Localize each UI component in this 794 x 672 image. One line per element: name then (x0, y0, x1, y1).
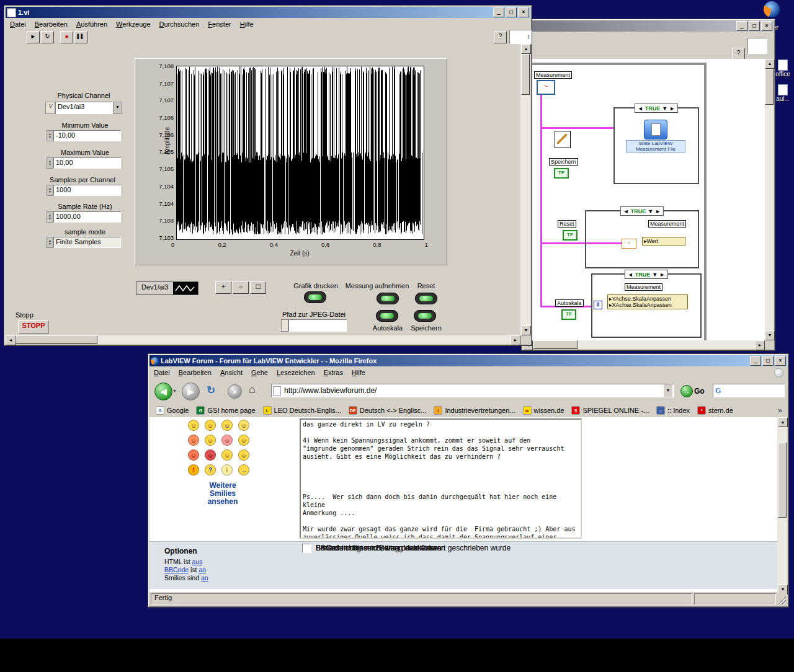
back-button[interactable]: ◀ (154, 382, 172, 400)
case-selector-label[interactable]: TRUE (635, 272, 651, 278)
sample-mode-field[interactable]: Finite Samples (53, 237, 121, 248)
bbcode-link[interactable]: BBCode (164, 566, 189, 573)
abort-button[interactable]: ● (60, 31, 73, 43)
menu-item[interactable]: Hilfe (236, 19, 258, 29)
pfad-value[interactable] (288, 319, 347, 332)
firefox-titlebar[interactable]: LabVIEW Forum - Forum für LabVIEW Entwic… (149, 355, 787, 366)
smiley-icon[interactable]: ! (188, 464, 199, 475)
horizontal-scrollbar[interactable]: ◄ ► (6, 335, 520, 344)
autoskala-button[interactable] (376, 310, 398, 322)
boolean-terminal[interactable]: TF (554, 168, 569, 179)
close-button[interactable]: × (761, 21, 772, 31)
url-bar[interactable]: http://www.labviewforum.de/ ▼ (271, 384, 674, 397)
stopp-button[interactable]: STOPP (18, 320, 49, 334)
local-variable-icon[interactable]: ~ (622, 239, 636, 249)
checkbox[interactable] (302, 544, 311, 553)
pan-tool-icon[interactable]: ☐ (250, 281, 266, 294)
minimize-button[interactable]: _ (750, 356, 761, 366)
pause-button[interactable]: ▌▌ (74, 31, 87, 43)
sample-rate-field[interactable]: 1000,00 (53, 211, 121, 223)
weitere-smilies-line[interactable]: ansehen (162, 498, 283, 506)
bookmarks-overflow-chevron[interactable]: » (778, 406, 782, 415)
block-diagram-canvas[interactable]: Measurement ~ Speichern TF ◄ TRUE ▼ ► Wr… (523, 59, 765, 340)
menu-item[interactable]: Werkzeuge (112, 19, 154, 29)
plot-legend[interactable]: Dev1/ai3 (136, 281, 198, 295)
pfad-field[interactable] (281, 319, 347, 332)
bookmark-item[interactable]: I Industrievertretungen... (434, 406, 515, 415)
home-icon[interactable]: ⌂ (249, 383, 256, 396)
scroll-up-button[interactable]: ▲ (521, 44, 531, 54)
samples-per-channel-control[interactable]: ▲▼ 1000 (47, 185, 121, 196)
bookmark-item[interactable]: w wissen.de (523, 406, 564, 415)
case-prev-icon[interactable]: ◄ (628, 272, 633, 278)
property-node-wert[interactable]: ▸Wert (642, 237, 685, 245)
forward-button[interactable]: ▶ (182, 382, 200, 400)
case-prev-icon[interactable]: ◄ (623, 208, 629, 214)
scroll-up-button[interactable]: ▲ (765, 59, 775, 69)
grafik-drucken-button[interactable] (304, 291, 326, 303)
weitere-smilies-link[interactable]: WeitereSmiliesansehen (162, 482, 283, 506)
menu-item[interactable]: Hilfe (347, 368, 370, 378)
smiley-icon[interactable]: ☺ (205, 420, 216, 431)
property-node-scale[interactable]: ▸YAchse.SkalaAnpassen ▸XAchse.SkalaAnpas… (607, 294, 688, 309)
go-icon[interactable]: → (680, 385, 693, 397)
smiley-icon[interactable]: ☺ (238, 420, 249, 431)
chevron-down-icon[interactable]: ▼ (648, 208, 653, 214)
bookmark-item[interactable]: G GSI home page (196, 406, 255, 415)
scrollbar-thumb[interactable] (521, 54, 530, 95)
dropdown-arrow-icon[interactable]: ▼ (113, 102, 122, 114)
increment-decrement-icon[interactable]: ▲▼ (47, 211, 53, 223)
bbcode-status-link[interactable]: an (198, 566, 206, 573)
resize-grip[interactable] (778, 596, 786, 604)
property-item-yachse[interactable]: ▸YAchse.SkalaAnpassen (609, 296, 686, 302)
smiley-icon[interactable]: ☺ (205, 449, 216, 461)
bookmark-item[interactable]: L LEO Deutsch-Englis... (263, 406, 341, 415)
go-label[interactable]: Go (694, 387, 705, 396)
smiley-icon[interactable]: ☺ (238, 435, 249, 446)
run-continuous-button[interactable]: ↻ (41, 31, 54, 43)
close-button[interactable]: × (775, 356, 786, 366)
measurement-property-label[interactable]: Measurement (648, 220, 686, 228)
menu-item[interactable]: Extras (319, 368, 347, 378)
speichern-terminal-label[interactable]: Speichern (549, 158, 578, 166)
smiley-icon[interactable]: ☺ (238, 449, 249, 461)
sample-rate-control[interactable]: ▲▼ 1000,00 (47, 211, 121, 223)
maximize-button[interactable]: □ (506, 7, 517, 17)
daq-assistant-icon[interactable]: ~ (537, 80, 555, 95)
run-button[interactable]: ► (27, 31, 40, 43)
path-browse-icon[interactable] (281, 319, 288, 332)
autoskala-terminal-label[interactable]: Autoskala (555, 299, 584, 307)
measurement-property-label[interactable]: Measurement (625, 283, 662, 291)
smilies-status-link[interactable]: an (201, 574, 208, 581)
menu-item[interactable]: Datei (149, 368, 174, 378)
scroll-down-button[interactable]: ▼ (765, 330, 775, 340)
daqmx-write-icon[interactable] (555, 131, 571, 148)
bookmark-item[interactable]: DE Deutsch <-> Englisc... (349, 406, 427, 415)
chevron-down-icon[interactable]: ▼ (652, 272, 658, 278)
vertical-scrollbar[interactable]: ▲ ▼ (765, 59, 774, 340)
plot-area[interactable] (176, 66, 424, 240)
measurement-node-label[interactable]: Measurement (534, 71, 572, 79)
smiley-icon[interactable]: i (221, 464, 233, 475)
front-panel-titlebar[interactable]: 1.vi _ □ × (6, 7, 530, 18)
vertical-scrollbar[interactable]: ▲ ▼ (520, 44, 530, 335)
close-button[interactable]: × (518, 7, 529, 17)
case-next-icon[interactable]: ► (655, 208, 661, 214)
write-measurement-file-vi[interactable]: Write LabVIEW Measurement File (626, 120, 685, 153)
samples-per-channel-field[interactable]: 1000 (53, 185, 121, 196)
help-button[interactable]: ? (732, 48, 745, 60)
smiley-icon[interactable]: ? (205, 464, 216, 475)
menu-item[interactable]: Ansicht (216, 368, 247, 378)
smiley-icon[interactable]: ☺ (221, 435, 233, 446)
smiley-icon[interactable]: ☺ (221, 420, 233, 431)
reload-icon[interactable]: ↻ (207, 384, 215, 397)
physical-channel-combo[interactable]: ⅟ Dev1/ai3 ▼ (45, 102, 122, 114)
search-input[interactable]: G (713, 384, 785, 397)
smiley-icon[interactable]: ☺ (188, 420, 199, 431)
crosshair-tool-icon[interactable]: + (215, 281, 231, 294)
horizontal-scrollbar[interactable]: ◄ ► (523, 340, 765, 349)
menu-item[interactable]: Fenster (203, 19, 235, 29)
menu-item[interactable]: Lesezeichen (272, 368, 319, 378)
scroll-left-button[interactable]: ◄ (6, 335, 16, 345)
increment-decrement-icon[interactable]: ▲▼ (47, 237, 53, 248)
